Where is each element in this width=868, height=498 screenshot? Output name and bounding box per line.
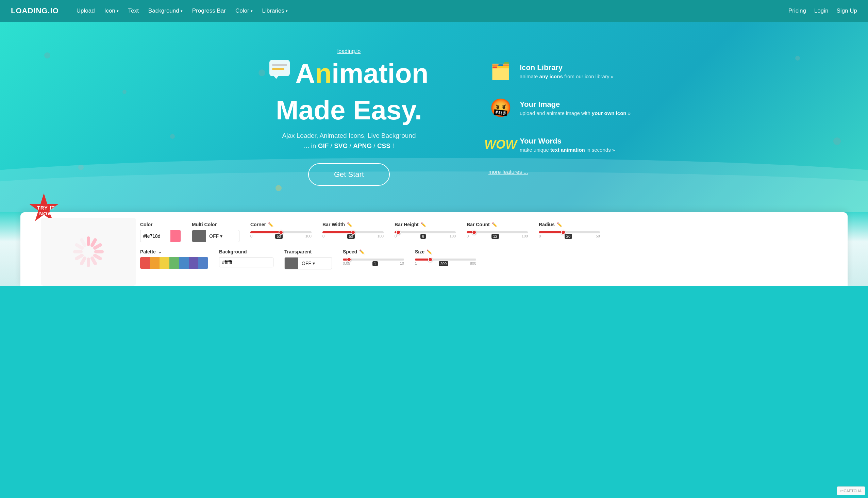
palette-collapse-icon[interactable]: ⌄ <box>158 249 162 254</box>
navbar: LOADING.IO Upload Icon ▾ Text Background… <box>0 0 868 22</box>
multi-color-toggle-label: OFF <box>209 233 219 239</box>
background-label-text: Background <box>219 249 247 254</box>
try-it-badge[interactable]: TRY IT NOW <box>31 195 61 226</box>
size-edit-icon[interactable]: ✏️ <box>426 249 432 254</box>
multi-color-chevron: ▾ <box>220 233 222 239</box>
palette-swatch-5[interactable] <box>189 257 199 269</box>
nav-icon[interactable]: Icon ▾ <box>100 5 123 17</box>
speed-thumb[interactable] <box>346 257 351 262</box>
multi-color-wrapper: OFF ▾ <box>192 230 239 242</box>
bar-count-max: 100 <box>522 234 528 239</box>
transparent-control: Transparent OFF ▾ <box>284 249 332 270</box>
bar-count-slider[interactable]: 0 12 100 <box>466 230 528 239</box>
bar-width-track <box>323 231 384 233</box>
nav-signup[interactable]: Sign Up <box>837 8 857 14</box>
your-words-title: Your Words <box>520 137 615 146</box>
nav-links: Upload Icon ▾ Text Background ▾ Progress… <box>73 5 788 17</box>
corner-fill <box>250 231 281 233</box>
size-slider[interactable]: 1 200 800 <box>415 257 476 266</box>
icon-library-thumb: 🗂️ <box>488 59 513 83</box>
nav-logo[interactable]: LOADING.IO <box>11 6 59 15</box>
bar-width-edit-icon[interactable]: ✏️ <box>347 222 352 227</box>
palette-swatch-2[interactable] <box>159 257 169 269</box>
radius-slider[interactable]: 0 20 50 <box>539 230 600 239</box>
corner-value: 50 <box>275 234 282 239</box>
bar-height-thumb[interactable] <box>396 230 401 235</box>
bar-count-min: 0 <box>466 234 469 239</box>
color-dropdown-chevron: ▾ <box>251 9 253 13</box>
badge-line1: TRY IT <box>37 205 55 211</box>
background-control: Background <box>219 249 274 267</box>
feature-your-image[interactable]: 🤬 Your Image upload and animate image wi… <box>488 95 638 120</box>
color-input-wrapper[interactable] <box>140 230 181 242</box>
corner-label-text: Corner <box>250 222 266 227</box>
palette-swatch-6[interactable] <box>198 257 208 269</box>
bar-height-slider[interactable]: 0 6 100 <box>395 230 456 239</box>
bar-height-max: 100 <box>450 234 456 239</box>
bar-height-control: Bar Height ✏️ 0 6 100 <box>395 222 456 239</box>
get-start-button[interactable]: Get Start <box>308 163 390 186</box>
speed-labels: 0.05 1 10 <box>343 261 404 266</box>
nav-upload[interactable]: Upload <box>73 5 99 17</box>
nav-text[interactable]: Text <box>124 5 143 17</box>
hero-section: loading.io Animation Made Easy. Ajax Loa… <box>0 22 868 212</box>
color-swatch[interactable] <box>170 230 181 242</box>
nav-libraries[interactable]: Libraries ▾ <box>258 5 292 17</box>
color-text-input[interactable] <box>141 231 170 241</box>
hero-subtitle: Ajax Loader, Animated Icons, Live Backgr… <box>230 131 468 152</box>
nav-pricing[interactable]: Pricing <box>788 8 806 14</box>
bar-width-fill <box>323 231 353 233</box>
your-image-desc: upload and animate image with your own i… <box>520 110 631 116</box>
bar-count-edit-icon[interactable]: ✏️ <box>492 222 497 227</box>
nav-background[interactable]: Background ▾ <box>144 5 187 17</box>
more-features-link[interactable]: more features ... <box>488 169 638 175</box>
radius-thumb[interactable] <box>561 230 566 235</box>
speed-edit-icon[interactable]: ✏️ <box>359 249 365 254</box>
palette-swatch-0[interactable] <box>140 257 150 269</box>
speed-slider[interactable]: 0.05 1 10 <box>343 257 404 266</box>
bar-count-thumb[interactable] <box>472 230 476 235</box>
multi-color-control: Multi Color OFF ▾ <box>192 222 239 242</box>
palette-control: Palette ⌄ <box>140 249 208 269</box>
palette-swatch-4[interactable] <box>179 257 189 269</box>
bar-width-thumb[interactable] <box>351 230 355 235</box>
bar-width-labels: 0 50 100 <box>323 234 384 239</box>
feature-your-words[interactable]: WOW Your Words make unique text animatio… <box>488 132 638 157</box>
radius-labels: 0 20 50 <box>539 234 600 239</box>
corner-thumb[interactable] <box>279 230 283 235</box>
hero-breadcrumb[interactable]: loading.io <box>230 48 468 54</box>
hero-title-line2: Made Easy. <box>230 96 468 124</box>
controls-row-1: Color Multi Color OFF <box>140 222 837 242</box>
bar-width-label-text: Bar Width <box>323 222 345 227</box>
radius-label: Radius ✏️ <box>539 222 600 227</box>
background-text-input[interactable] <box>219 258 273 267</box>
nav-right: Pricing Login Sign Up <box>788 8 857 14</box>
transparent-toggle-button[interactable]: OFF ▾ <box>298 259 318 268</box>
corner-slider[interactable]: 0 50 100 <box>250 230 312 239</box>
bar-height-label-text: Bar Height <box>395 222 419 227</box>
background-input-wrapper[interactable] <box>219 257 274 267</box>
nav-progress-bar[interactable]: Progress Bar <box>188 5 230 17</box>
palette-swatch-3[interactable] <box>169 257 179 269</box>
bar-count-label-text: Bar Count <box>466 222 490 227</box>
bar-width-label: Bar Width ✏️ <box>323 222 384 227</box>
palette-label: Palette ⌄ <box>140 249 208 254</box>
your-image-title: Your Image <box>520 100 631 109</box>
spinner-preview <box>73 236 104 267</box>
corner-label: Corner ✏️ <box>250 222 312 227</box>
nav-login[interactable]: Login <box>814 8 829 14</box>
bar-height-edit-icon[interactable]: ✏️ <box>421 222 426 227</box>
hero-title-text: Animation <box>295 60 428 87</box>
nav-color[interactable]: Color ▾ <box>231 5 257 17</box>
palette-swatch-1[interactable] <box>150 257 160 269</box>
radius-edit-icon[interactable]: ✏️ <box>557 222 562 227</box>
feature-icon-library[interactable]: 🗂️ Icon Library animate any icons from o… <box>488 59 638 83</box>
palette-swatches[interactable] <box>140 257 208 269</box>
multi-color-toggle[interactable]: OFF ▾ <box>206 231 226 241</box>
corner-edit-icon[interactable]: ✏️ <box>268 222 274 227</box>
size-thumb[interactable] <box>428 257 433 262</box>
corner-min: 0 <box>250 234 252 239</box>
size-label: Size ✏️ <box>415 249 476 254</box>
bar-width-slider[interactable]: 0 50 100 <box>323 230 384 239</box>
bar-width-value: 50 <box>347 234 355 239</box>
